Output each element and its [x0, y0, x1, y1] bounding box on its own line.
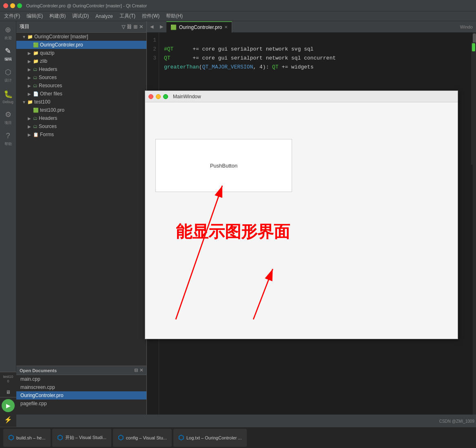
tree-arrow: ▶ [28, 124, 32, 129]
taskbar-item-start[interactable]: ⬡ 开始 – Visual Studi... [52, 429, 111, 447]
sidebar-item-project[interactable]: ⚙ 项目 [1, 108, 15, 128]
taskbar-item-config[interactable]: ⬡ config – Visual Stu... [113, 429, 172, 447]
run-panel-label: test100 [3, 375, 13, 384]
tree-item-ouringcontroler[interactable]: ▼ 📁 OuringControler [master] [16, 33, 146, 41]
menu-help[interactable]: 帮助(H) [164, 12, 185, 20]
line-num-2: 2 [149, 45, 156, 54]
menu-edit[interactable]: 编辑(E) [24, 12, 45, 20]
doc-item-mainscreen[interactable]: mainscreen.cpp [16, 383, 146, 391]
tree-item-sources-2[interactable]: ▶ 🗂 Sources [16, 122, 146, 130]
svg-line-2 [253, 269, 273, 320]
tree-label: Resources [39, 83, 62, 88]
pro-file-icon: 🟩 [33, 42, 39, 48]
tree-label: Sources [39, 124, 57, 129]
panel-title: 项目 [20, 23, 29, 30]
tree-label: test100 [34, 99, 50, 105]
tree-arrow: ▶ [28, 92, 32, 96]
taskbar-item-log[interactable]: ⬡ Log.txt – OuringControler ... [173, 429, 247, 447]
tree-item-other-files[interactable]: ▶ 📄 Other files [16, 90, 146, 98]
menu-tools[interactable]: 工具(T) [117, 12, 138, 20]
project-icon: ⚙ [5, 110, 11, 119]
panel-header-icons: ▽ ⛓ ⊞ ✕ [122, 24, 143, 30]
code-qt3: QT [272, 64, 279, 70]
group-icon: 📋 [33, 132, 39, 137]
main-layout: ⊕ 欢迎 ✎ 编辑 ⬡ 设计 🐛 Debug ⚙ 项目 ? 帮助 项目 ▽ [0, 21, 476, 415]
tab-label: OuringControler.pro [179, 24, 222, 30]
tree-item-pro-selected[interactable]: 🟩 OuringControler.pro [16, 41, 146, 49]
tree-item-forms[interactable]: ▶ 📋 Forms [16, 130, 146, 139]
code-keyword-greater: greaterThan [164, 64, 199, 70]
tree-arrow [28, 43, 32, 47]
tree-arrow: ▶ [28, 59, 32, 64]
taskbar: ⬡ build.sh – he... ⬡ 开始 – Visual Studi..… [0, 427, 476, 448]
tree-item-sources-1[interactable]: ▶ 🗂 Sources [16, 73, 146, 82]
folder-icon: 📁 [33, 59, 39, 64]
tree-item-quazip[interactable]: ▶ 📁 quazip [16, 49, 146, 57]
expand-icon[interactable]: ⊞ [133, 24, 137, 30]
mw-close-dot[interactable] [148, 94, 153, 99]
menu-build[interactable]: 构建(B) [47, 12, 68, 20]
sidebar-item-edit[interactable]: ✎ 编辑 [1, 44, 15, 64]
build-button[interactable]: ⚡ [2, 414, 15, 425]
sidebar-item-debug[interactable]: 🐛 Debug [1, 86, 15, 107]
tree-arrow: ▶ [28, 51, 32, 55]
open-docs-title: Open Documents [20, 368, 57, 373]
push-button[interactable]: PushButton [155, 139, 292, 192]
close-dot[interactable] [3, 3, 8, 8]
menu-analyze[interactable]: Analyze [93, 13, 115, 20]
tree-label: Forms [40, 132, 54, 137]
title-bar: OuringControler.pro @ OuringControler [m… [0, 0, 476, 11]
close-panel-icon[interactable]: ✕ [139, 24, 143, 30]
folder-icon: 📁 [27, 34, 33, 40]
taskbar-item-build[interactable]: ⬡ build.sh – he... [3, 429, 51, 447]
tree-item-headers-2[interactable]: ▶ 🗂 Headers [16, 114, 146, 122]
window-title: OuringControler.pro @ OuringControler [m… [26, 3, 147, 8]
sidebar-item-design[interactable]: ⬡ 设计 [1, 65, 15, 86]
tab-ouringcontroler[interactable]: 🟩 OuringControler.pro ✕ [166, 21, 232, 33]
minimize-dot[interactable] [10, 3, 15, 8]
maximize-dot[interactable] [17, 3, 22, 8]
tab-nav-back[interactable]: ◀ [147, 21, 157, 33]
right-label: Windo [457, 24, 476, 29]
edit-icon: ✎ [5, 46, 11, 55]
sidebar-item-welcome[interactable]: ⊕ 欢迎 [1, 23, 15, 43]
taskbar-label-3: config – Visual Stu... [126, 435, 167, 440]
help-icon: ? [6, 132, 10, 140]
mw-minimize-dot[interactable] [156, 94, 161, 99]
close-docs-icon[interactable]: ✕ [139, 368, 143, 373]
doc-item-ouringcontroler[interactable]: OuringControler.pro [16, 391, 146, 399]
debug-icon: 🐛 [4, 90, 13, 99]
mw-maximize-dot[interactable] [163, 94, 168, 99]
taskbar-vscode-icon-3: ⬡ [118, 434, 124, 441]
doc-item-pagefile[interactable]: pagefile.cpp [16, 399, 146, 408]
tree-item-test100pro[interactable]: 🟩 test100.pro [16, 106, 146, 114]
project-panel: 项目 ▽ ⛓ ⊞ ✕ ▼ 📁 OuringControler [master] … [16, 21, 147, 415]
tree-item-resources[interactable]: ▶ 🗂 Resources [16, 82, 146, 90]
tree-item-headers-1[interactable]: ▶ 🗂 Headers [16, 65, 146, 73]
tree-label: Headers [39, 66, 57, 72]
tab-nav-forward[interactable]: ▶ [157, 21, 166, 33]
run-button[interactable]: ▶ [2, 399, 15, 412]
taskbar-vscode-icon-2: ⬡ [57, 434, 63, 441]
mainwindow-titlebar: MainWindow [145, 91, 458, 102]
right-scrollbar [471, 42, 476, 165]
tree-arrow: ▼ [22, 100, 26, 104]
menu-debug[interactable]: 调试(D) [70, 12, 91, 20]
sidebar-label-edit: 编辑 [4, 57, 12, 62]
menu-controls[interactable]: 控件(W) [139, 12, 162, 20]
tree-item-test100[interactable]: ▼ 📁 test100 [16, 98, 146, 106]
tree-item-zlib[interactable]: ▶ 📁 zlib [16, 57, 146, 65]
sidebar-label-welcome: 欢迎 [4, 35, 12, 41]
tab-icon: 🟩 [170, 24, 177, 30]
split-icon[interactable]: ⊟ [134, 368, 138, 373]
filter-icon[interactable]: ▽ [122, 24, 125, 30]
tab-close-icon[interactable]: ✕ [224, 25, 228, 29]
sidebar-item-help[interactable]: ? 帮助 [1, 129, 15, 149]
tree-arrow: ▶ [28, 132, 32, 137]
debug-panel-icon: 🖥 [1, 386, 15, 398]
menu-file[interactable]: 文件(F) [2, 12, 22, 20]
right-scroll-indicator [472, 43, 475, 51]
tree-arrow: ▶ [28, 84, 32, 88]
doc-item-main[interactable]: main.cpp [16, 375, 146, 383]
link-icon[interactable]: ⛓ [127, 24, 132, 30]
